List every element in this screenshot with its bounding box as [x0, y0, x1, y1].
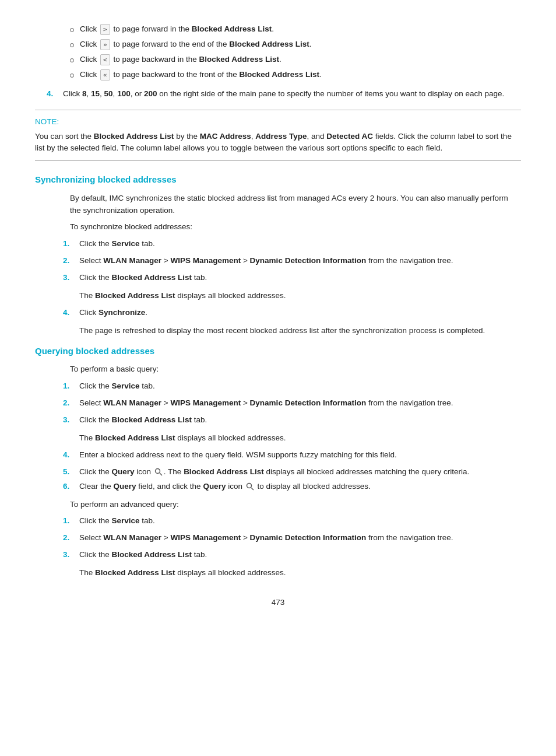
- sync-para2: To synchronize blocked addresses:: [70, 221, 521, 233]
- query-basic-steps-4-6-list: 4. Enter a blocked address next to the q…: [63, 449, 521, 493]
- sync-step-3-sub: The Blocked Address List displays all bl…: [79, 290, 521, 302]
- query-advanced-intro: To perform an advanced query:: [70, 499, 521, 511]
- query-icon: [154, 468, 163, 476]
- bullet-text: Click « to page backward to the front of…: [80, 69, 322, 81]
- query-basic-step-3: 3. Click the Blocked Address List tab.: [63, 414, 521, 426]
- step-content: Select WLAN Manager > WIPS Management > …: [79, 255, 521, 267]
- step-number: 1.: [63, 238, 79, 250]
- query-basic-steps-list: 1. Click the Service tab. 2. Select WLAN…: [63, 380, 521, 426]
- note-box: NOTE: You can sort the Blocked Address L…: [35, 110, 521, 162]
- list-item: Click » to page forward to the end of th…: [70, 38, 521, 51]
- sync-step-1: 1. Click the Service tab.: [63, 238, 521, 250]
- query-icon-2: [246, 482, 254, 491]
- svg-line-1: [160, 473, 162, 475]
- step-number: 3.: [63, 414, 79, 426]
- step-content: Click the Service tab.: [79, 515, 521, 527]
- sync-section: Synchronizing blocked addresses By defau…: [35, 173, 521, 337]
- query-advanced-steps-list: 1. Click the Service tab. 2. Select WLAN…: [63, 515, 521, 561]
- note-text: You can sort the Blocked Address List by…: [35, 131, 521, 155]
- step-number: 4.: [47, 88, 63, 100]
- step-number: 5.: [63, 466, 79, 478]
- step-content: Click the Blocked Address List tab.: [79, 549, 521, 561]
- query-advanced-step-3: 3. Click the Blocked Address List tab.: [63, 549, 521, 561]
- step-content: Click 8, 15, 50, 100, or 200 on the righ…: [63, 88, 521, 100]
- bullet-list: Click > to page forward in the Blocked A…: [70, 23, 521, 81]
- query-basic-step-5: 5. Click the Query icon . The Blocked Ad…: [63, 466, 521, 478]
- step-number: 1.: [63, 380, 79, 393]
- bullet-icon: [70, 43, 74, 47]
- bullet-icon: [70, 74, 74, 78]
- query-basic-step-3-sub: The Blocked Address List displays all bl…: [79, 432, 521, 444]
- list-item: Click < to page backward in the Blocked …: [70, 54, 521, 66]
- next-icon: >: [100, 24, 110, 35]
- query-basic-step-4: 4. Enter a blocked address next to the q…: [63, 449, 521, 461]
- svg-line-3: [251, 488, 254, 490]
- paging-step4-list: 4. Click 8, 15, 50, 100, or 200 on the r…: [47, 88, 521, 100]
- paging-step4: 4. Click 8, 15, 50, 100, or 200 on the r…: [47, 88, 521, 100]
- prev-icon: <: [100, 54, 110, 65]
- step-content: Click the Blocked Address List tab.: [79, 414, 521, 426]
- step-content: Click the Service tab.: [79, 380, 521, 393]
- step-content: Select WLAN Manager > WIPS Management > …: [79, 397, 521, 410]
- sync-step-4-sub: The page is refreshed to display the mos…: [79, 325, 521, 337]
- svg-point-0: [155, 469, 160, 474]
- step-number: 4.: [63, 449, 79, 461]
- page-number: 473: [35, 597, 521, 609]
- sync-step-2: 2. Select WLAN Manager > WIPS Management…: [63, 255, 521, 267]
- query-advanced-step-2: 2. Select WLAN Manager > WIPS Management…: [63, 532, 521, 544]
- step-number: 3.: [63, 272, 79, 284]
- query-basic-step-1: 1. Click the Service tab.: [63, 380, 521, 393]
- list-item: Click > to page forward in the Blocked A…: [70, 23, 521, 36]
- step-number: 2.: [63, 532, 79, 544]
- step-content: Click the Blocked Address List tab.: [79, 272, 521, 284]
- query-section: Querying blocked addresses To perform a …: [35, 344, 521, 579]
- sync-steps-list: 1. Click the Service tab. 2. Select WLAN…: [63, 238, 521, 284]
- note-label: NOTE:: [35, 116, 521, 128]
- first-icon: «: [100, 69, 110, 80]
- sync-para1: By default, IMC synchronizes the static …: [70, 192, 521, 217]
- step-content: Clear the Query field, and click the Que…: [79, 481, 521, 493]
- step-number: 4.: [63, 307, 79, 319]
- bullet-text: Click » to page forward to the end of th…: [80, 38, 312, 51]
- step-content: Select WLAN Manager > WIPS Management > …: [79, 532, 521, 544]
- svg-point-2: [247, 484, 251, 488]
- last-icon: »: [100, 39, 110, 50]
- step-content: Click the Service tab.: [79, 238, 521, 250]
- list-item: Click « to page backward to the front of…: [70, 69, 521, 81]
- sync-step-3: 3. Click the Blocked Address List tab.: [63, 272, 521, 284]
- bullet-icon: [70, 28, 74, 32]
- step-number: 1.: [63, 515, 79, 527]
- bullet-text: Click < to page backward in the Blocked …: [80, 54, 281, 66]
- query-basic-intro: To perform a basic query:: [70, 363, 521, 376]
- sync-step-4-list: 4. Click Synchronize.: [63, 307, 521, 319]
- query-heading: Querying blocked addresses: [35, 344, 521, 358]
- step-number: 3.: [63, 549, 79, 561]
- sync-step-4: 4. Click Synchronize.: [63, 307, 521, 319]
- bullet-icon: [70, 58, 74, 62]
- step-number: 2.: [63, 397, 79, 410]
- step-content: Click the Query icon . The Blocked Addre…: [79, 466, 521, 478]
- step-number: 6.: [63, 481, 79, 493]
- query-advanced-step-1: 1. Click the Service tab.: [63, 515, 521, 527]
- step-number: 2.: [63, 255, 79, 267]
- bullet-text: Click > to page forward in the Blocked A…: [80, 23, 274, 36]
- step-content: Enter a blocked address next to the quer…: [79, 449, 521, 461]
- sync-heading: Synchronizing blocked addresses: [35, 173, 521, 186]
- query-advanced-step-3-sub: The Blocked Address List displays all bl…: [79, 567, 521, 579]
- query-basic-step-2: 2. Select WLAN Manager > WIPS Management…: [63, 397, 521, 410]
- query-basic-step-6: 6. Clear the Query field, and click the …: [63, 481, 521, 493]
- step-content: Click Synchronize.: [79, 307, 521, 319]
